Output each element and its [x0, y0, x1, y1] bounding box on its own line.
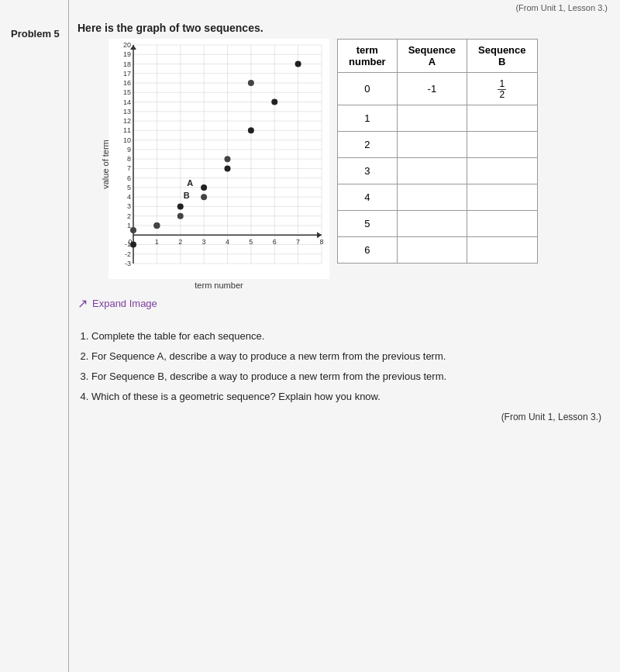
question-3: For Sequence B, describe a way to produc…: [91, 368, 608, 385]
seqB-4: [467, 184, 537, 211]
seqB-0: 1 2: [467, 73, 537, 105]
seqB-6: [467, 237, 537, 264]
sequence-table: termnumber SequenceA SequenceB 0 -1: [337, 39, 538, 264]
term-0: 0: [338, 73, 398, 105]
table-row: 3: [338, 158, 538, 184]
problem-intro: Here is the graph of two sequences.: [78, 22, 608, 34]
table-row: 1: [338, 105, 538, 132]
question-2: For Sequence A, describe a way to produc…: [91, 348, 608, 365]
term-4: 4: [338, 184, 398, 211]
seqB-1: [467, 105, 537, 132]
table-row: 4: [338, 184, 538, 211]
seqA-0: -1: [397, 73, 467, 105]
seqA-1: [397, 105, 467, 132]
term-2: 2: [338, 132, 398, 158]
seqA-6: [397, 237, 467, 264]
term-3: 3: [338, 158, 398, 184]
col-term-number: termnumber: [338, 40, 398, 73]
table-row: 6: [338, 237, 538, 264]
seqA-3: [397, 158, 467, 184]
seqB-2: [467, 132, 537, 158]
term-1: 1: [338, 105, 398, 132]
table-row: 2: [338, 132, 538, 158]
graph-wrapper: value of term term number: [108, 39, 329, 290]
expand-label: Expand Image: [92, 298, 157, 309]
term-5: 5: [338, 211, 398, 237]
seqA-4: [397, 184, 467, 211]
col-seq-a: SequenceA: [397, 40, 467, 73]
fraction-half: 1 2: [498, 79, 506, 100]
table-row: 5: [338, 211, 538, 237]
expand-image-button[interactable]: ↗ Expand Image: [78, 296, 608, 311]
seqA-2: [397, 132, 467, 158]
seqB-5: [467, 211, 537, 237]
col-seq-b: SequenceB: [467, 40, 537, 73]
sequence-table-wrapper: termnumber SequenceA SequenceB 0 -1: [337, 39, 538, 264]
seqA-5: [397, 211, 467, 237]
from-unit-label: (From Unit 1, Lesson 3.): [78, 412, 608, 422]
x-axis-label: term number: [108, 281, 329, 290]
questions-section: Complete the table for each sequence. Fo…: [78, 328, 608, 405]
question-4: Which of these is a geometric sequence? …: [91, 388, 608, 405]
problem-label: Problem 5: [0, 14, 70, 430]
table-row: 0 -1 1 2: [338, 73, 538, 105]
term-6: 6: [338, 237, 398, 264]
vertical-divider: [68, 0, 69, 672]
seqB-3: [467, 158, 537, 184]
graph-canvas: [108, 39, 329, 279]
top-reference: (From Unit 1, Lesson 3.): [0, 0, 620, 14]
expand-icon: ↗: [78, 296, 88, 311]
graph-container: [108, 39, 329, 279]
question-1: Complete the table for each sequence.: [91, 328, 608, 345]
